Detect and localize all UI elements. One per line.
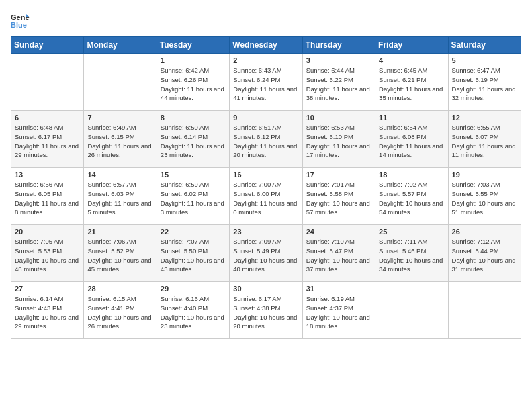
day-number: 18 [379,171,444,179]
weekday-header-saturday: Saturday [448,37,521,54]
calendar-cell: 22Sunrise: 7:07 AMSunset: 5:50 PMDayligh… [157,225,229,282]
calendar-week-row: 13Sunrise: 6:56 AMSunset: 6:05 PMDayligh… [11,168,521,225]
day-number: 8 [161,113,226,122]
calendar-cell [448,282,521,339]
day-number: 22 [161,228,226,236]
day-info: Sunrise: 6:53 AMSunset: 6:10 PMDaylight:… [306,123,371,160]
day-number: 16 [233,171,298,179]
weekday-header-tuesday: Tuesday [157,37,229,54]
calendar-cell: 12Sunrise: 6:55 AMSunset: 6:07 PMDayligh… [448,111,521,168]
calendar-cell: 10Sunrise: 6:53 AMSunset: 6:10 PMDayligh… [302,111,375,168]
calendar-cell: 29Sunrise: 6:16 AMSunset: 4:40 PMDayligh… [157,282,229,339]
day-info: Sunrise: 6:55 AMSunset: 6:07 PMDaylight:… [452,123,517,160]
day-number: 26 [452,228,517,236]
calendar-cell: 21Sunrise: 7:06 AMSunset: 5:52 PMDayligh… [84,225,157,282]
day-info: Sunrise: 6:14 AMSunset: 4:43 PMDaylight:… [15,294,80,331]
weekday-header-sunday: Sunday [11,37,84,54]
day-number: 25 [379,228,444,236]
calendar-cell: 5Sunrise: 6:47 AMSunset: 6:19 PMDaylight… [448,54,521,111]
calendar-cell: 1Sunrise: 6:42 AMSunset: 6:26 PMDaylight… [157,54,229,111]
weekday-header-friday: Friday [375,37,448,54]
day-info: Sunrise: 7:06 AMSunset: 5:52 PMDaylight:… [87,237,152,274]
day-number: 29 [161,285,226,293]
calendar-cell: 19Sunrise: 7:03 AMSunset: 5:55 PMDayligh… [448,168,521,225]
day-info: Sunrise: 6:19 AMSunset: 4:37 PMDaylight:… [306,294,371,331]
calendar-cell: 16Sunrise: 7:00 AMSunset: 6:00 PMDayligh… [230,168,302,225]
calendar-cell: 7Sunrise: 6:49 AMSunset: 6:15 PMDaylight… [84,111,157,168]
day-info: Sunrise: 6:57 AMSunset: 6:03 PMDaylight:… [87,180,152,217]
day-info: Sunrise: 6:43 AMSunset: 6:24 PMDaylight:… [233,66,298,103]
day-info: Sunrise: 6:44 AMSunset: 6:22 PMDaylight:… [306,66,371,103]
day-info: Sunrise: 6:50 AMSunset: 6:14 PMDaylight:… [161,123,226,160]
day-number: 11 [379,113,444,122]
day-info: Sunrise: 7:00 AMSunset: 6:00 PMDaylight:… [233,180,298,217]
weekday-header-row: SundayMondayTuesdayWednesdayThursdayFrid… [11,37,521,54]
calendar-cell: 13Sunrise: 6:56 AMSunset: 6:05 PMDayligh… [11,168,84,225]
day-number: 5 [452,56,517,64]
calendar-cell: 9Sunrise: 6:51 AMSunset: 6:12 PMDaylight… [230,111,302,168]
calendar-week-row: 27Sunrise: 6:14 AMSunset: 4:43 PMDayligh… [11,282,521,339]
calendar-cell: 11Sunrise: 6:54 AMSunset: 6:08 PMDayligh… [375,111,448,168]
day-info: Sunrise: 7:12 AMSunset: 5:44 PMDaylight:… [452,237,517,274]
day-number: 31 [306,285,371,293]
day-number: 10 [306,113,371,122]
day-number: 4 [379,56,444,64]
weekday-header-wednesday: Wednesday [230,37,302,54]
day-info: Sunrise: 6:17 AMSunset: 4:38 PMDaylight:… [233,294,298,331]
day-number: 20 [15,228,80,236]
day-info: Sunrise: 6:54 AMSunset: 6:08 PMDaylight:… [379,123,444,160]
calendar-week-row: 20Sunrise: 7:05 AMSunset: 5:53 PMDayligh… [11,225,521,282]
day-number: 6 [15,113,80,122]
calendar-cell: 15Sunrise: 6:59 AMSunset: 6:02 PMDayligh… [157,168,229,225]
day-number: 23 [233,228,298,236]
day-info: Sunrise: 6:42 AMSunset: 6:26 PMDaylight:… [161,66,226,103]
calendar-cell [84,54,157,111]
calendar-cell: 24Sunrise: 7:10 AMSunset: 5:47 PMDayligh… [302,225,375,282]
weekday-header-thursday: Thursday [302,37,375,54]
calendar-cell [375,282,448,339]
day-number: 27 [15,285,80,293]
day-number: 24 [306,228,371,236]
day-info: Sunrise: 6:47 AMSunset: 6:19 PMDaylight:… [452,66,517,103]
day-info: Sunrise: 7:09 AMSunset: 5:49 PMDaylight:… [233,237,298,274]
calendar-cell: 4Sunrise: 6:45 AMSunset: 6:21 PMDaylight… [375,54,448,111]
day-number: 13 [15,171,80,179]
day-number: 28 [87,285,152,293]
day-info: Sunrise: 6:15 AMSunset: 4:41 PMDaylight:… [87,294,152,331]
calendar-cell: 30Sunrise: 6:17 AMSunset: 4:38 PMDayligh… [230,282,302,339]
day-number: 7 [87,113,152,122]
calendar-cell: 3Sunrise: 6:44 AMSunset: 6:22 PMDaylight… [302,54,375,111]
calendar-cell: 6Sunrise: 6:48 AMSunset: 6:17 PMDaylight… [11,111,84,168]
day-info: Sunrise: 6:59 AMSunset: 6:02 PMDaylight:… [161,180,226,217]
day-number: 2 [233,56,298,64]
day-info: Sunrise: 6:45 AMSunset: 6:21 PMDaylight:… [379,66,444,103]
calendar-cell: 28Sunrise: 6:15 AMSunset: 4:41 PMDayligh… [84,282,157,339]
day-info: Sunrise: 6:51 AMSunset: 6:12 PMDaylight:… [233,123,298,160]
svg-text:Blue: Blue [11,21,27,29]
day-info: Sunrise: 7:10 AMSunset: 5:47 PMDaylight:… [306,237,371,274]
page-header: General Blue [11,11,521,30]
calendar-cell: 2Sunrise: 6:43 AMSunset: 6:24 PMDaylight… [230,54,302,111]
day-number: 30 [233,285,298,293]
day-info: Sunrise: 7:07 AMSunset: 5:50 PMDaylight:… [161,237,226,274]
calendar-cell: 8Sunrise: 6:50 AMSunset: 6:14 PMDaylight… [157,111,229,168]
day-number: 3 [306,56,371,64]
day-info: Sunrise: 6:16 AMSunset: 4:40 PMDaylight:… [161,294,226,331]
day-number: 12 [452,113,517,122]
logo: General Blue [11,11,32,30]
calendar-cell: 20Sunrise: 7:05 AMSunset: 5:53 PMDayligh… [11,225,84,282]
calendar-cell: 17Sunrise: 7:01 AMSunset: 5:58 PMDayligh… [302,168,375,225]
day-info: Sunrise: 7:01 AMSunset: 5:58 PMDaylight:… [306,180,371,217]
calendar-cell: 25Sunrise: 7:11 AMSunset: 5:46 PMDayligh… [375,225,448,282]
day-info: Sunrise: 7:05 AMSunset: 5:53 PMDaylight:… [15,237,80,274]
day-info: Sunrise: 6:49 AMSunset: 6:15 PMDaylight:… [87,123,152,160]
day-number: 14 [87,171,152,179]
calendar-week-row: 1Sunrise: 6:42 AMSunset: 6:26 PMDaylight… [11,54,521,111]
calendar-cell: 23Sunrise: 7:09 AMSunset: 5:49 PMDayligh… [230,225,302,282]
calendar-cell: 31Sunrise: 6:19 AMSunset: 4:37 PMDayligh… [302,282,375,339]
weekday-header-monday: Monday [84,37,157,54]
day-number: 1 [161,56,226,64]
calendar-cell: 14Sunrise: 6:57 AMSunset: 6:03 PMDayligh… [84,168,157,225]
day-number: 9 [233,113,298,122]
day-info: Sunrise: 7:02 AMSunset: 5:57 PMDaylight:… [379,180,444,217]
